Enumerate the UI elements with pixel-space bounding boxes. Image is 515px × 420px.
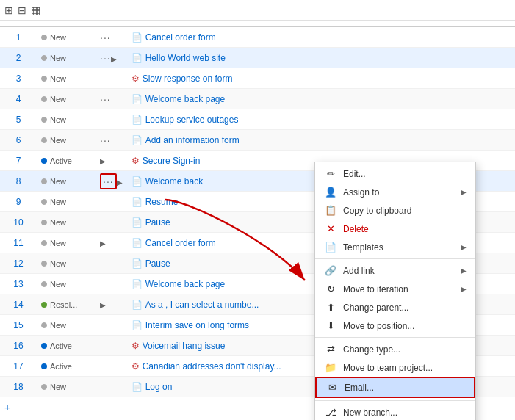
order-number[interactable]: 9 — [16, 197, 21, 207]
menu-item[interactable]: ↻ Move to iteration ▶ — [315, 280, 475, 298]
menu-item[interactable]: ⬇ Move to position... — [315, 316, 475, 335]
template-icon: 📄 — [324, 242, 337, 253]
actions-dots[interactable]: ··· — [100, 93, 111, 105]
bug-icon: ⚙ — [132, 341, 140, 351]
state-cell: New — [37, 274, 96, 294]
title-link[interactable]: 📄Cancel order form — [132, 32, 511, 43]
context-menu: ✏ Edit... 👤 Assign to ▶ 📋 Copy to clipbo… — [314, 162, 476, 420]
order-number[interactable]: 12 — [13, 258, 23, 269]
order-number[interactable]: 16 — [13, 341, 23, 351]
actions-dots[interactable]: ··· — [100, 173, 117, 189]
order-number[interactable]: 14 — [13, 300, 23, 310]
order-number[interactable]: 2 — [16, 53, 21, 63]
title-link[interactable]: 📄Welcome back page — [132, 94, 511, 104]
order-cell: 12 — [0, 253, 37, 274]
state-cell: Active — [37, 356, 96, 377]
state-label: New — [50, 280, 66, 289]
menu-item[interactable]: 🔗 Add link ▶ — [315, 261, 475, 280]
order-number[interactable]: 6 — [16, 135, 21, 145]
menu-label: Assign to — [343, 187, 461, 198]
state-dot — [41, 199, 47, 205]
table-row: 3New⚙Slow response on form — [0, 68, 515, 89]
order-cell: 13 — [0, 274, 37, 294]
state-label: New — [50, 136, 66, 145]
order-number[interactable]: 3 — [16, 73, 21, 84]
title-link[interactable]: ⚙Slow response on form — [132, 73, 511, 84]
actions-cell: ··· — [96, 130, 127, 151]
expand-chevron[interactable]: ▶ — [100, 239, 106, 247]
link-icon: 🔗 — [324, 265, 337, 276]
menu-separator — [315, 258, 475, 259]
order-cell: 14 — [0, 294, 37, 315]
branch-icon: ⎇ — [324, 407, 337, 418]
menu-item[interactable]: 📋 Copy to clipboard — [315, 201, 475, 220]
state-cell: New — [37, 171, 96, 192]
email-icon: ✉ — [325, 382, 339, 393]
col-header-state — [37, 21, 96, 27]
state-dot — [41, 343, 47, 349]
expand-chevron[interactable]: ▶ — [111, 55, 117, 63]
state-dot — [41, 281, 47, 287]
state-label: Active — [50, 156, 72, 165]
title-text: Lookup service outages — [145, 115, 239, 125]
order-number[interactable]: 10 — [13, 217, 23, 228]
menu-item[interactable]: ⇄ Change type... — [315, 340, 475, 358]
menu-item[interactable]: ⬆ Change parent... — [315, 298, 475, 316]
state-cell: New — [37, 253, 96, 274]
expand-chevron[interactable]: ▶ — [117, 178, 123, 187]
actions-dots[interactable]: ··· — [100, 134, 111, 146]
actions-cell — [96, 253, 127, 274]
menu-item[interactable]: 📄 Templates ▶ — [315, 238, 475, 256]
person-icon: 👤 — [324, 187, 337, 198]
title-cell: 📄Add an information form — [127, 130, 515, 151]
order-number[interactable]: 1 — [16, 32, 21, 43]
title-link[interactable]: 📄Lookup service outages — [132, 115, 511, 125]
actions-cell — [96, 212, 127, 233]
expand-chevron[interactable]: ▶ — [100, 157, 106, 165]
grid-icon[interactable]: ⊞ — [4, 4, 13, 16]
state-label: New — [50, 198, 66, 206]
menu-item[interactable]: ✕ Delete — [315, 220, 475, 238]
menu-label: Change parent... — [343, 303, 467, 313]
moveproject-icon: 📁 — [324, 362, 337, 373]
menu-label: Email... — [345, 383, 465, 393]
menu-item[interactable]: ⎇ New branch... — [315, 403, 475, 420]
title-link[interactable]: 📄Add an information form — [132, 135, 511, 145]
state-dot — [41, 96, 47, 102]
order-cell: 17 — [0, 356, 37, 377]
menu-separator — [315, 400, 475, 401]
menu-label: New branch... — [343, 408, 467, 418]
order-number[interactable]: 8 — [16, 176, 21, 187]
state-cell: New — [37, 68, 96, 89]
actions-dots[interactable]: ··· — [100, 52, 111, 64]
title-text: Slow response on form — [143, 73, 233, 84]
menu-item[interactable]: ✏ Edit... — [315, 164, 475, 183]
state-dot — [41, 261, 47, 267]
col-header-order — [0, 21, 37, 27]
expand-chevron[interactable]: ▶ — [100, 301, 106, 309]
order-number[interactable]: 7 — [16, 156, 21, 166]
menu-item[interactable]: ✉ Email... — [315, 377, 475, 398]
state-cell: New — [37, 130, 96, 151]
order-number[interactable]: 15 — [13, 320, 23, 330]
title-text: Pause — [145, 258, 170, 269]
story-icon: 📄 — [132, 258, 143, 269]
state-cell: New — [37, 315, 96, 336]
order-number[interactable]: 17 — [13, 361, 23, 372]
actions-cell — [96, 336, 127, 356]
title-cell: 📄Hello World web site — [127, 48, 515, 68]
order-number[interactable]: 11 — [13, 238, 23, 248]
title-text: Secure Sign-in — [143, 156, 201, 166]
order-number[interactable]: 13 — [13, 279, 23, 289]
order-number[interactable]: 18 — [13, 382, 23, 392]
order-number[interactable]: 5 — [16, 115, 21, 125]
actions-dots[interactable]: ··· — [100, 32, 111, 43]
table-icon[interactable]: ▦ — [31, 4, 40, 16]
order-number[interactable]: 4 — [16, 94, 21, 104]
title-text: Cancel order form — [145, 238, 216, 248]
split-icon[interactable]: ⊟ — [18, 4, 26, 16]
menu-item[interactable]: 👤 Assign to ▶ — [315, 183, 475, 201]
menu-item[interactable]: 📁 Move to team project... — [315, 358, 475, 377]
title-link[interactable]: 📄Hello World web site — [132, 53, 511, 63]
actions-cell — [96, 109, 127, 130]
